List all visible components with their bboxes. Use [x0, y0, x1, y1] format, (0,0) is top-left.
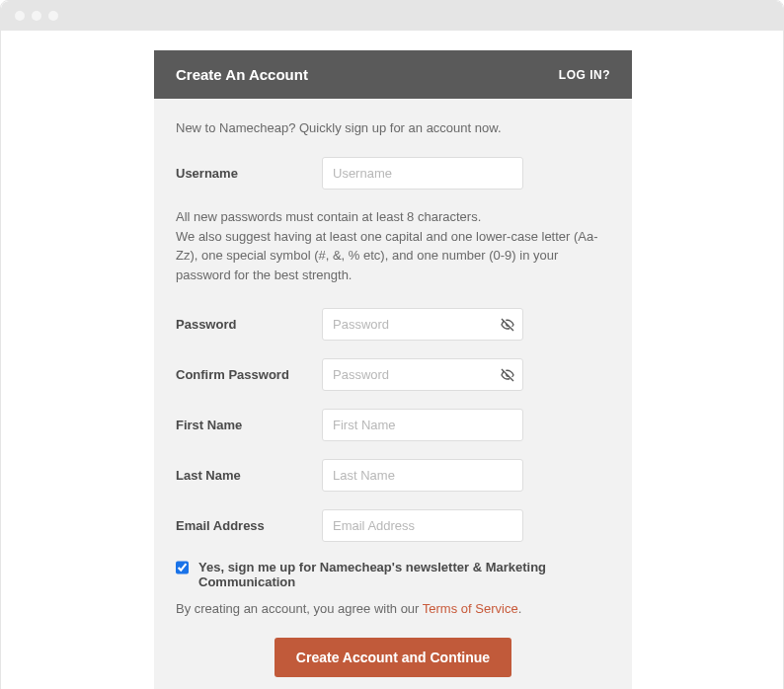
row-confirm-password: Confirm Password: [176, 358, 610, 391]
password-label: Password: [176, 317, 322, 332]
panel-title: Create An Account: [176, 66, 308, 83]
intro-text: New to Namecheap? Quickly sign up for an…: [176, 120, 610, 135]
eye-slash-icon[interactable]: [500, 317, 515, 333]
last-name-input[interactable]: [322, 459, 523, 492]
row-last-name: Last Name: [176, 459, 610, 492]
login-link[interactable]: LOG IN?: [559, 68, 610, 82]
window-dot: [15, 11, 25, 21]
first-name-input[interactable]: [322, 409, 523, 441]
confirm-password-label: Confirm Password: [176, 367, 322, 382]
email-input[interactable]: [322, 509, 523, 542]
window-dot: [48, 11, 58, 21]
first-name-label: First Name: [176, 418, 322, 432]
password-hint-line2: We also suggest having at least one capi…: [176, 229, 598, 282]
tos-prefix: By creating an account, you agree with o…: [176, 601, 423, 616]
password-hint: All new passwords must contain at least …: [176, 207, 610, 284]
username-input[interactable]: [322, 157, 523, 190]
signup-panel: Create An Account LOG IN? New to Nameche…: [154, 50, 632, 689]
newsletter-checkbox[interactable]: [176, 561, 189, 574]
row-username: Username: [176, 157, 610, 190]
panel-header: Create An Account LOG IN?: [154, 50, 632, 99]
newsletter-label: Yes, sign me up for Namecheap's newslett…: [198, 560, 610, 589]
password-hint-line1: All new passwords must contain at least …: [176, 209, 481, 224]
row-password: Password: [176, 308, 610, 341]
tos-text: By creating an account, you agree with o…: [176, 601, 610, 616]
username-label: Username: [176, 166, 322, 181]
last-name-label: Last Name: [176, 468, 322, 483]
row-first-name: First Name: [176, 409, 610, 441]
confirm-password-input[interactable]: [322, 358, 523, 391]
tos-link[interactable]: Terms of Service: [423, 601, 518, 616]
create-account-button[interactable]: Create Account and Continue: [274, 638, 511, 677]
tos-suffix: .: [518, 601, 522, 616]
browser-chrome: [1, 1, 784, 31]
password-input[interactable]: [322, 308, 523, 341]
window-dot: [32, 11, 41, 21]
row-email: Email Address: [176, 509, 610, 542]
newsletter-row: Yes, sign me up for Namecheap's newslett…: [176, 560, 610, 589]
eye-slash-icon[interactable]: [500, 367, 515, 383]
email-label: Email Address: [176, 518, 322, 533]
